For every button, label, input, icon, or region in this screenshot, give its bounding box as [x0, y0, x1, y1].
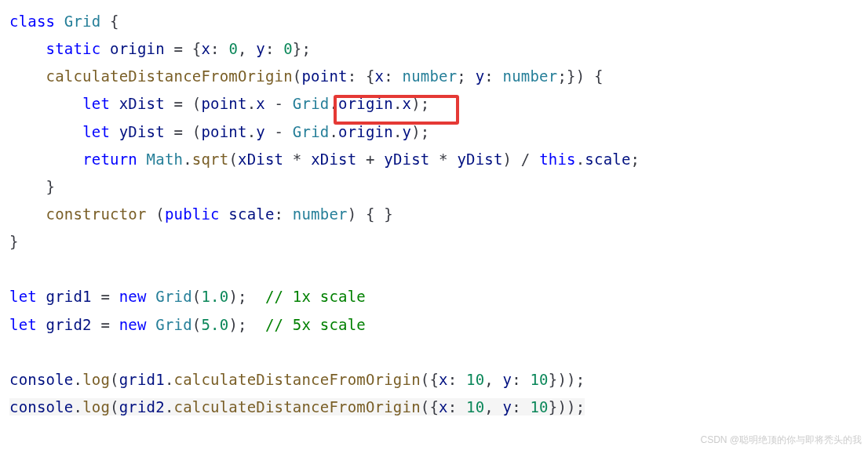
keyword-let: let: [9, 288, 37, 305]
variable-xdist: xDist: [119, 95, 165, 112]
property-x: x: [439, 398, 448, 416]
property-scale: scale: [585, 151, 630, 168]
keyword-public: public: [165, 205, 220, 223]
keyword-class: class: [9, 13, 55, 30]
type-grid: Grid: [293, 123, 330, 140]
number-literal: 10: [530, 398, 548, 416]
code-line: [9, 260, 19, 278]
property-x: x: [375, 67, 385, 85]
type-number: number: [293, 205, 348, 223]
code-line: let xDist = (point.x - Grid.origin.x);: [9, 95, 429, 112]
code-block: class Grid { static origin = {x: 0, y: 0…: [9, 8, 859, 448]
code-line: calculateDistanceFromOrigin(point: {x: n…: [9, 67, 604, 85]
object-console: console: [9, 371, 73, 388]
keyword-return: return: [82, 151, 137, 168]
variable-xdist: xDist: [311, 151, 356, 168]
keyword-let: let: [9, 316, 37, 333]
number-literal: 0: [228, 40, 238, 57]
code-line: [9, 343, 19, 361]
property-x: x: [256, 95, 265, 112]
variable-xdist: xDist: [238, 151, 283, 168]
type-number: number: [503, 67, 558, 85]
keyword-let: let: [82, 95, 110, 112]
number-literal: 0: [283, 40, 293, 57]
type-grid: Grid: [293, 95, 330, 112]
variable-grid2: grid2: [119, 398, 165, 416]
type-number: number: [403, 67, 458, 85]
code-line: console.log(grid2.calculateDistanceFromO…: [9, 398, 585, 416]
number-literal: 10: [530, 371, 548, 388]
property-y: y: [256, 40, 265, 57]
property-x: x: [403, 95, 412, 112]
param-scale: scale: [228, 205, 274, 223]
code-line: return Math.sqrt(xDist * xDist + yDist *…: [9, 151, 640, 168]
type-grid: Grid: [64, 13, 101, 30]
property-origin: origin: [338, 123, 393, 140]
variable-point: point: [201, 95, 246, 112]
code-line: }: [9, 178, 55, 195]
code-line: let grid1 = new Grid(1.0); // 1x scale: [9, 288, 366, 305]
variable-ydist: yDist: [457, 151, 502, 168]
function-calc: calculateDistanceFromOrigin: [174, 398, 421, 416]
variable-ydist: yDist: [384, 151, 429, 168]
keyword-this: this: [539, 151, 576, 168]
object-console: console: [9, 398, 73, 416]
function-constructor: constructor: [46, 205, 147, 223]
property-y: y: [403, 123, 412, 140]
number-literal: 10: [466, 398, 484, 416]
comment: // 1x scale: [265, 288, 366, 305]
function-calc: calculateDistanceFromOrigin: [174, 371, 421, 388]
property-origin: origin: [110, 40, 165, 57]
function-sqrt: sqrt: [192, 151, 229, 168]
property-x: x: [439, 371, 448, 388]
comment: // 5x scale: [265, 316, 366, 333]
property-y: y: [503, 371, 512, 388]
code-line: static origin = {x: 0, y: 0};: [9, 40, 311, 57]
number-literal: 10: [466, 371, 484, 388]
type-math: Math: [147, 151, 184, 168]
code-line: constructor (public scale: number) { }: [9, 205, 393, 223]
property-x: x: [201, 40, 210, 57]
variable-point: point: [201, 123, 246, 140]
keyword-let: let: [82, 123, 110, 140]
variable-grid1: grid1: [46, 288, 92, 305]
variable-grid1: grid1: [119, 371, 165, 388]
code-line: let yDist = (point.y - Grid.origin.y);: [9, 123, 429, 140]
code-line: console.log(grid1.calculateDistanceFromO…: [9, 371, 585, 388]
property-origin: origin: [338, 95, 393, 112]
property-y: y: [256, 123, 265, 140]
property-y: y: [476, 67, 485, 85]
code-line: let grid2 = new Grid(5.0); // 5x scale: [9, 316, 366, 333]
param-point: point: [301, 67, 347, 85]
function-log: log: [82, 371, 110, 388]
keyword-static: static: [46, 40, 101, 57]
watermark-text: CSDN @聪明绝顶的你与即将秃头的我: [700, 431, 862, 448]
keyword-new: new: [119, 288, 147, 305]
variable-grid2: grid2: [46, 316, 92, 333]
type-grid: Grid: [155, 288, 192, 305]
number-literal: 5.0: [201, 316, 228, 333]
function-log: log: [82, 398, 110, 416]
code-line: }: [9, 233, 19, 250]
property-y: y: [503, 398, 512, 416]
code-line: class Grid {: [9, 13, 119, 30]
keyword-new: new: [119, 316, 147, 333]
function-calc: calculateDistanceFromOrigin: [46, 67, 293, 85]
type-grid: Grid: [155, 316, 192, 333]
variable-ydist: yDist: [119, 123, 165, 140]
number-literal: 1.0: [201, 288, 228, 305]
